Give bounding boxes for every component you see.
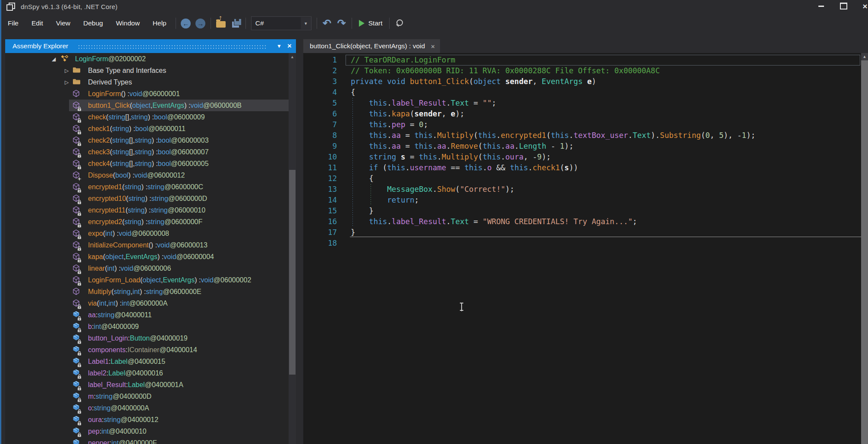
tree-row-expo[interactable]: expo(int) : void @06000008 — [5, 228, 296, 239]
search-assemblies-button[interactable] — [392, 16, 407, 31]
undo-button[interactable]: ↶ — [320, 16, 334, 31]
code-line-14[interactable]: 14 return; — [303, 195, 861, 206]
tree-row-kapa[interactable]: kapa(object, EventArgs) : void @06000004 — [5, 251, 296, 263]
tree-scrollbar-thumb[interactable] — [289, 170, 296, 375]
line-number: 2 — [303, 66, 343, 76]
tree-row-basetypeandinterfaces[interactable]: ▷Base Type and Interfaces — [5, 65, 296, 76]
minimize-button[interactable] — [814, 0, 828, 12]
tree-scrollbar[interactable]: ▲ — [289, 53, 296, 444]
menu-item-window[interactable]: Window — [110, 17, 146, 30]
tree-row-check4[interactable]: check4(string[], string) : bool @0600000… — [5, 158, 296, 169]
code-line-13[interactable]: 13 MessageBox.Show("Correct!"); — [303, 184, 861, 195]
tree-row-loginform_load[interactable]: LoginForm_Load(object, EventArgs) : void… — [5, 274, 296, 286]
tree-row-encrypted10[interactable]: encrypted10(string) : string @0600000D — [5, 193, 296, 204]
tree-row-label2[interactable]: label2 : Label @04000016 — [5, 367, 296, 379]
code-line-3[interactable]: 3private void button1_Click(object sende… — [303, 76, 861, 87]
tree-row-button_login[interactable]: button_Login : Button @04000019 — [5, 332, 296, 344]
close-button[interactable]: × — [858, 0, 868, 12]
expander-collapsed-icon[interactable]: ▷ — [65, 65, 69, 76]
tree-row-check1[interactable]: check1(string) : bool @06000011 — [5, 123, 296, 134]
tree-row-linear[interactable]: linear(int) : void @06000006 — [5, 263, 296, 274]
panel-splitter[interactable] — [296, 39, 303, 444]
redo-button[interactable]: ↷ — [334, 16, 349, 31]
tree-row-m[interactable]: m : string @0400000D — [5, 391, 296, 402]
code-line-16[interactable]: 16 this.label_Result.Text = "WRONG CREDE… — [303, 216, 861, 227]
tab-close-icon[interactable]: × — [431, 43, 435, 50]
tree-row-aa[interactable]: aa : string @04000011 — [5, 309, 296, 321]
menu-item-file[interactable]: File — [1, 17, 25, 30]
code-line-10[interactable]: 10 string s = this.Multiply(this.oura, -… — [303, 152, 861, 163]
tree-row-components[interactable]: components : IContainer @04000014 — [5, 344, 296, 356]
tree-row-multiply[interactable]: Multiply(string, int) : string @0600000E — [5, 286, 296, 297]
start-debug-button[interactable]: Start — [355, 16, 387, 31]
tree-row-encrypted2[interactable]: encrypted2(string) : string @0600000F — [5, 216, 296, 228]
panel-close-button[interactable]: × — [285, 41, 296, 52]
code-line-5[interactable]: 5 this.label_Result.Text = ""; — [303, 98, 861, 109]
token: . — [433, 131, 437, 140]
tree-row-encrypted11[interactable]: encrypted11(string) : string @06000010 — [5, 204, 296, 216]
code-line-7[interactable]: 7 this.pep = 0; — [303, 119, 861, 130]
code-line-2[interactable]: 2// Token: 0x0600000B RID: 11 RVA: 0x000… — [303, 66, 861, 76]
document-tab[interactable]: button1_Click(object, EventArgs) : void … — [303, 39, 440, 53]
tree-row-loginform[interactable]: LoginForm() : void @06000001 — [5, 88, 296, 100]
tree-row-check2[interactable]: check2(string[], string) : bool @0600000… — [5, 134, 296, 146]
code-line-18[interactable]: 18 — [303, 238, 861, 249]
menu-item-edit[interactable]: Edit — [25, 17, 50, 30]
code-text: { — [343, 173, 374, 184]
scroll-up-arrow-icon[interactable]: ▲ — [861, 53, 868, 60]
menu-item-debug[interactable]: Debug — [77, 17, 110, 30]
menu-item-help[interactable]: Help — [146, 17, 173, 30]
maximize-button[interactable] — [836, 0, 851, 12]
language-dropdown-button[interactable]: ▾ — [301, 17, 311, 29]
tree-row-pepper[interactable]: pepper : int @0400000F — [5, 437, 296, 444]
code-line-9[interactable]: 9 this.aa = this.aa.Remove(this.aa.Lengt… — [303, 141, 861, 152]
lock-overlay-icon — [77, 117, 82, 122]
menu-item-view[interactable]: View — [50, 17, 77, 30]
code-line-12[interactable]: 12 { — [303, 173, 861, 184]
tree-row-label_result[interactable]: label_Result : Label @0400001A — [5, 379, 296, 391]
tree-row-b[interactable]: b : int @04000009 — [5, 321, 296, 332]
language-combobox[interactable]: C# ▾ — [251, 16, 311, 30]
tree-row-encrypted1[interactable]: encrypted1(string) : string @0600000C — [5, 181, 296, 193]
tree-row-loginform[interactable]: ◢LoginForm @02000002 — [5, 53, 296, 65]
tree-row-initializecomponent[interactable]: InitializeComponent() : void @06000013 — [5, 239, 296, 251]
code-line-6[interactable]: 6 this.kapa(sender, e); — [303, 109, 861, 119]
code-line-11[interactable]: 11 if (this.username == this.o && this.c… — [303, 163, 861, 173]
code-line-4[interactable]: 4{ — [303, 87, 861, 98]
editor-scrollbar[interactable]: ▲ — [861, 53, 868, 444]
line-number: 7 — [303, 119, 343, 130]
tree-row-via[interactable]: via(int, int) : int @0600000A — [5, 297, 296, 309]
code-area[interactable]: 1// TearORDear.LoginForm2// Token: 0x060… — [303, 53, 861, 444]
panel-menu-button[interactable]: ▼ — [274, 41, 285, 52]
open-file-button[interactable] — [214, 16, 228, 31]
code-line-1[interactable]: 1// TearORDear.LoginForm — [303, 55, 861, 66]
tree-row-o[interactable]: o : string @0400000A — [5, 402, 296, 414]
tree-row-check[interactable]: check(string[], string) : bool @06000009 — [5, 111, 296, 123]
token: . — [405, 163, 410, 172]
code-line-17[interactable]: 17} — [303, 227, 861, 238]
tree-row-check3[interactable]: check3(string[], string) : bool @0600000… — [5, 146, 296, 158]
assembly-explorer-header[interactable]: Assembly Explorer ▼ × — [5, 39, 296, 53]
code-editor[interactable]: 1// TearORDear.LoginForm2// Token: 0x060… — [303, 53, 868, 444]
title-bar[interactable]: dnSpy v6.1.3 (64-bit, .NET Core) × — [1, 0, 868, 13]
token: pepper — [88, 439, 110, 444]
tree-row-oura[interactable]: oura : string @04000012 — [5, 414, 296, 425]
tree-row-label1[interactable]: Label1 : Label @04000015 — [5, 356, 296, 367]
tree-row-pep[interactable]: pep : int @04000010 — [5, 425, 296, 437]
tree-row-dispose[interactable]: Dispose(bool) : void @06000012 — [5, 169, 296, 181]
token: ) : — [128, 172, 134, 179]
code-line-8[interactable]: 8 this.aa = this.Multiply(this.encrypted… — [303, 130, 861, 141]
navigate-back-button[interactable]: ← — [179, 16, 193, 31]
scroll-up-arrow-icon[interactable]: ▲ — [289, 53, 296, 60]
expander-expanded-icon[interactable]: ◢ — [52, 53, 56, 65]
token: @04000014 — [159, 346, 197, 354]
navigate-forward-button[interactable]: → — [193, 16, 208, 31]
tree-row-button1_click[interactable]: button1_Click(object, EventArgs) : void … — [5, 100, 296, 111]
panel-drag-grip[interactable] — [78, 44, 267, 49]
editor-scrollbar-thumb[interactable] — [861, 60, 868, 444]
code-line-15[interactable]: 15 } — [303, 206, 861, 216]
tree-row-derivedtypes[interactable]: ▷Derived Types — [5, 76, 296, 88]
expander-collapsed-icon[interactable]: ▷ — [65, 76, 69, 88]
token: this — [415, 142, 433, 150]
save-all-button[interactable] — [228, 16, 243, 31]
